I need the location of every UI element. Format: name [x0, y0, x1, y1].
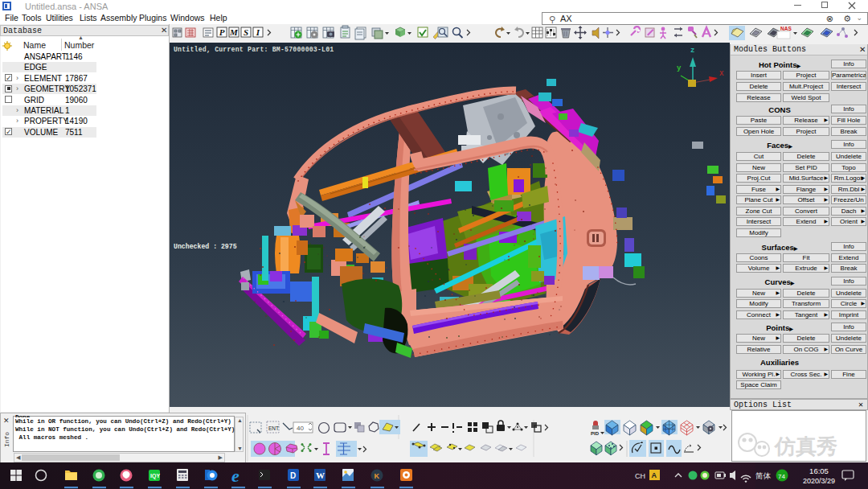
svg-text:X: X [719, 70, 724, 78]
svg-text:ENT: ENT [268, 425, 279, 431]
svg-text:仿真秀: 仿真秀 [773, 434, 837, 458]
svg-text:IQY: IQY [150, 473, 160, 479]
svg-text:y: y [677, 64, 682, 72]
svg-text:16:05: 16:05 [809, 466, 829, 475]
svg-text:S: S [244, 27, 248, 37]
svg-text:P: P [219, 27, 225, 37]
svg-text:K: K [375, 472, 380, 480]
svg-text:CH: CH [635, 472, 645, 480]
svg-text:PID: PID [591, 431, 600, 436]
svg-text:W: W [316, 471, 325, 480]
svg-text:z: z [690, 47, 694, 55]
svg-text:M: M [229, 27, 239, 37]
svg-text:e: e [231, 466, 240, 486]
svg-text:Untitled, Current Part: BM-57: Untitled, Current Part: BM-57000003-L01 [174, 46, 334, 53]
svg-text:I: I [256, 27, 260, 37]
svg-text:40: 40 [297, 425, 304, 432]
svg-text:简体: 简体 [755, 471, 772, 480]
svg-text:74: 74 [778, 473, 785, 480]
svg-text:NAS: NAS [780, 26, 792, 31]
svg-text:2020/3/29: 2020/3/29 [803, 477, 835, 485]
svg-text:D: D [290, 471, 296, 480]
svg-text:Unchecked : 2975: Unchecked : 2975 [174, 243, 237, 250]
svg-text:A: A [652, 471, 657, 479]
